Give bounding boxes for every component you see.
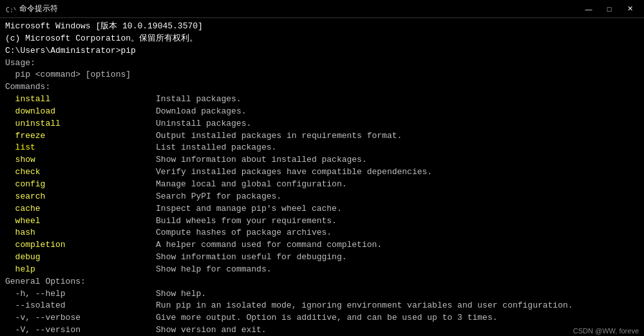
terminal-line: pip <command> [options]: [5, 69, 639, 81]
terminal-line: config Manage local and global configura…: [5, 179, 639, 191]
terminal-line: hash Compute hashes of package archives.: [5, 227, 639, 239]
terminal-line: -V, --version Show version and exit.: [5, 324, 639, 336]
terminal-line: -v, --verbose Give more output. Option i…: [5, 312, 639, 324]
terminal-line: show Show information about installed pa…: [5, 154, 639, 166]
terminal-output: Microsoft Windows [版本 10.0.19045.3570](c…: [0, 18, 644, 336]
cmd-icon: C:\: [5, 4, 15, 14]
terminal-line: Commands:: [5, 81, 639, 94]
window-controls: — □ ✕: [580, 3, 639, 15]
terminal-line: General Options:: [5, 276, 639, 288]
minimize-button[interactable]: —: [580, 3, 598, 15]
terminal-line: install Install packages.: [5, 94, 639, 106]
close-button[interactable]: ✕: [621, 3, 639, 15]
terminal-line: help Show help for commands.: [5, 264, 639, 276]
terminal-line: Microsoft Windows [版本 10.0.19045.3570]: [5, 21, 639, 33]
title-bar-left: C:\ 命令提示符: [5, 3, 58, 14]
terminal-line: list List installed packages.: [5, 142, 639, 154]
maximize-button[interactable]: □: [600, 3, 618, 15]
terminal-line: cache Inspect and manage pip's wheel cac…: [5, 203, 639, 215]
title-bar: C:\ 命令提示符 — □ ✕: [0, 0, 644, 18]
terminal-line: -h, --help Show help.: [5, 288, 639, 301]
terminal-line: search Search PyPI for packages.: [5, 191, 639, 203]
terminal-line: download Download packages.: [5, 106, 639, 118]
window-title: 命令提示符: [19, 3, 58, 14]
svg-text:C:\: C:\: [6, 6, 15, 14]
terminal-line: wheel Build wheels from your requirement…: [5, 215, 639, 228]
terminal-line: Usage:: [5, 57, 639, 70]
terminal-line: check Verify installed packages have com…: [5, 166, 639, 179]
terminal-line: completion A helper command used for com…: [5, 239, 639, 252]
terminal-line: uninstall Uninstall packages.: [5, 118, 639, 130]
terminal-line: --isolated Run pip in an isolated mode, …: [5, 300, 639, 312]
terminal-line: debug Show information useful for debugg…: [5, 252, 639, 264]
footer-text: CSDN @WW, foreve: [573, 327, 639, 335]
terminal-line: freeze Output installed packages in requ…: [5, 130, 639, 143]
terminal-line: C:\Users\Administrator>pip: [5, 45, 639, 57]
terminal-line: (c) Microsoft Corporation。保留所有权利。: [5, 33, 639, 45]
